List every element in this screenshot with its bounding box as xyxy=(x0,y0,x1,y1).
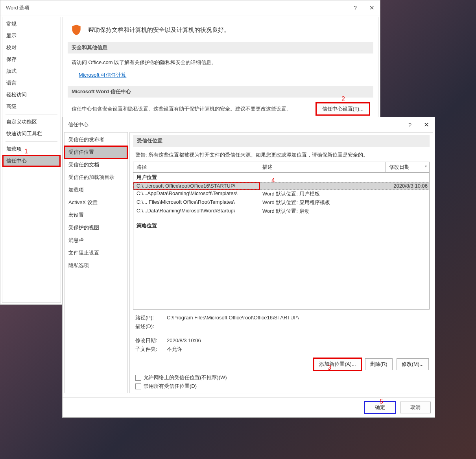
ok-button[interactable]: 确定 xyxy=(365,402,395,413)
sidebar-item-accessibility[interactable]: 轻松访问 xyxy=(2,89,61,101)
col-path[interactable]: 路径 xyxy=(133,162,259,172)
table-row[interactable]: C:\...AppData\Roaming\Microsoft\Template… xyxy=(133,190,429,198)
detail-path-value: C:\Program Files\Microsoft Office\root\O… xyxy=(167,313,427,322)
detail-path-label: 路径(P): xyxy=(135,313,167,322)
cell-date xyxy=(386,190,429,198)
checkbox-icon[interactable] xyxy=(135,375,141,381)
section-security-info-body: 请访问 Office.com 以了解有关保护你的隐私和安全的详细信息。 Micr… xyxy=(68,57,373,86)
section-trust-center-header: Microsoft Word 信任中心 xyxy=(68,86,373,98)
trust-center-title: 信任中心 xyxy=(68,121,402,128)
close-button[interactable]: ✕ xyxy=(363,0,380,15)
section-security-info-header: 安全和其他信息 xyxy=(68,42,373,53)
trust-center-text: 信任中心包含安全设置和隐私设置。这些设置有助于保护计算机的安全。建议不要更改这些… xyxy=(72,105,312,112)
detail-desc-value xyxy=(167,322,427,331)
trust-center-titlebar: 信任中心 ? ✕ xyxy=(63,117,435,132)
shield-icon xyxy=(70,24,83,36)
cancel-button[interactable]: 取消 xyxy=(400,402,431,413)
sidebar-item-trusted-docs[interactable]: 受信任的文档 xyxy=(65,159,127,171)
sidebar-item-layout[interactable]: 版式 xyxy=(2,65,61,77)
checkbox-icon[interactable] xyxy=(135,383,141,389)
sidebar-item-addin-catalogs[interactable]: 受信任的加载项目录 xyxy=(65,171,127,184)
allow-network-label: 允许网络上的受信任位置(不推荐)(W) xyxy=(144,374,227,381)
content-header: 帮助保持文档和计算机的安全以及计算机的状况良好。 xyxy=(68,21,373,42)
location-actions: 添加新位置(A)... 删除(R) 修改(M)... xyxy=(133,355,430,373)
trust-center-sidebar: 受信任的发布者 受信任位置 受信任的文档 受信任的加载项目录 加载项 Activ… xyxy=(64,132,128,393)
trust-center-body: 受信任的发布者 受信任位置 受信任的文档 受信任的加载项目录 加载项 Activ… xyxy=(63,132,435,395)
help-button[interactable]: ? xyxy=(402,117,418,132)
sidebar-item-save[interactable]: 保存 xyxy=(2,53,61,65)
table-header: 路径 描述 修改日期 xyxy=(133,162,429,173)
sidebar-item-addins[interactable]: 加载项 xyxy=(65,184,127,196)
content-headline: 帮助保持文档和计算机的安全以及计算机的状况良好。 xyxy=(88,26,230,34)
cell-desc xyxy=(259,182,386,189)
sidebar-item-activex[interactable]: ActiveX 设置 xyxy=(65,196,127,209)
add-location-button[interactable]: 添加新位置(A)... xyxy=(314,358,361,370)
cell-desc: Word 默认位置: 用户模板 xyxy=(259,190,386,198)
modify-location-button[interactable]: 修改(M)... xyxy=(397,358,429,370)
detail-sub-label: 子文件夹: xyxy=(135,345,167,354)
table-row[interactable]: C:\...Data\Roaming\Microsoft\Word\Startu… xyxy=(133,207,429,216)
trusted-locations-table: 路径 描述 修改日期 用户位置 C:\...icrosoft Office\ro… xyxy=(133,162,430,310)
sidebar-separator xyxy=(6,114,57,114)
sidebar-item-qat[interactable]: 快速访问工具栏 xyxy=(2,128,61,140)
col-desc[interactable]: 描述 xyxy=(259,162,386,172)
trusted-locations-warning: 警告: 所有这些位置都被视为打开文件的受信任来源。如果您更改或添加位置，请确保新… xyxy=(133,150,430,162)
sidebar-item-protected-view[interactable]: 受保护的视图 xyxy=(65,221,127,234)
cell-desc: Word 默认位置: 应用程序模板 xyxy=(259,199,386,206)
sidebar-item-display[interactable]: 显示 xyxy=(2,30,61,42)
detail-date-value: 2020/8/3 10:06 xyxy=(167,336,427,345)
trust-center-settings-button[interactable]: 信任中心设置(T)... xyxy=(316,103,369,115)
detail-date-label: 修改日期: xyxy=(135,336,167,345)
security-info-text: 请访问 Office.com 以了解有关保护你的隐私和安全的详细信息。 xyxy=(72,59,369,66)
cell-path: C:\...Data\Roaming\Microsoft\Word\Startu… xyxy=(133,207,259,215)
allow-network-checkbox-row[interactable]: 允许网络上的受信任位置(不推荐)(W) xyxy=(133,373,430,382)
group-policy-locations: 策略位置 xyxy=(133,221,429,230)
cell-date xyxy=(386,199,429,206)
word-options-titlebar: Word 选项 ? ✕ xyxy=(0,0,380,15)
disable-all-label: 禁用所有受信任位置(D) xyxy=(144,383,197,390)
cell-date xyxy=(386,207,429,215)
sidebar-item-file-block[interactable]: 文件阻止设置 xyxy=(65,247,127,259)
trust-center-content: 受信任位置 警告: 所有这些位置都被视为打开文件的受信任来源。如果您更改或添加位… xyxy=(129,132,433,393)
cell-path: C:\...AppData\Roaming\Microsoft\Template… xyxy=(133,190,259,198)
close-button[interactable]: ✕ xyxy=(418,117,435,132)
cell-date: 2020/8/3 10:06 xyxy=(386,182,429,189)
trust-center-dialog: 信任中心 ? ✕ 受信任的发布者 受信任位置 受信任的文档 受信任的加载项目录 … xyxy=(62,117,435,418)
remove-location-button[interactable]: 删除(R) xyxy=(365,358,393,370)
col-date[interactable]: 修改日期 xyxy=(386,162,429,172)
trustworthy-computing-link[interactable]: Microsoft 可信任计算 xyxy=(79,72,126,78)
cell-path: C:\... Files\Microsoft Office\Root\Templ… xyxy=(133,199,259,206)
sidebar-item-publishers[interactable]: 受信任的发布者 xyxy=(65,133,127,146)
table-row[interactable]: C:\... Files\Microsoft Office\Root\Templ… xyxy=(133,198,429,207)
sidebar-item-privacy[interactable]: 隐私选项 xyxy=(65,259,127,272)
sidebar-item-trusted-locations[interactable]: 受信任位置 xyxy=(65,146,127,159)
sidebar-item-advanced[interactable]: 高级 xyxy=(2,101,61,112)
group-user-locations: 用户位置 xyxy=(133,173,429,182)
trust-center-footer: 确定 取消 xyxy=(63,397,435,417)
table-row[interactable]: C:\...icrosoft Office\root\Office16\STAR… xyxy=(133,182,429,190)
word-options-title: Word 选项 xyxy=(6,4,347,11)
detail-desc-label: 描述(D): xyxy=(135,322,167,331)
sidebar-item-general[interactable]: 常规 xyxy=(2,18,61,30)
trusted-locations-header: 受信任位置 xyxy=(133,135,430,147)
cell-desc: Word 默认位置: 启动 xyxy=(259,207,386,215)
sidebar-item-trust-center[interactable]: 信任中心 xyxy=(2,155,61,167)
sidebar-item-ribbon[interactable]: 自定义功能区 xyxy=(2,116,61,128)
help-button[interactable]: ? xyxy=(347,0,363,15)
sidebar-item-language[interactable]: 语言 xyxy=(2,77,61,89)
sidebar-item-proofing[interactable]: 校对 xyxy=(2,42,61,53)
sidebar-item-message-bar[interactable]: 消息栏 xyxy=(65,234,127,247)
table-body: 用户位置 C:\...icrosoft Office\root\Office16… xyxy=(133,173,429,309)
location-details: 路径(P): C:\Program Files\Microsoft Office… xyxy=(133,310,430,355)
sidebar-item-addins[interactable]: 加载项 xyxy=(2,143,61,155)
cell-path: C:\...icrosoft Office\root\Office16\STAR… xyxy=(133,182,259,189)
detail-sub-value: 不允许 xyxy=(167,345,427,354)
disable-all-checkbox-row[interactable]: 禁用所有受信任位置(D) xyxy=(133,382,430,391)
sidebar-item-macros[interactable]: 宏设置 xyxy=(65,209,127,221)
sidebar-separator xyxy=(6,141,57,142)
word-options-sidebar: 常规 显示 校对 保存 版式 语言 轻松访问 高级 自定义功能区 快速访问工具栏… xyxy=(2,17,61,303)
